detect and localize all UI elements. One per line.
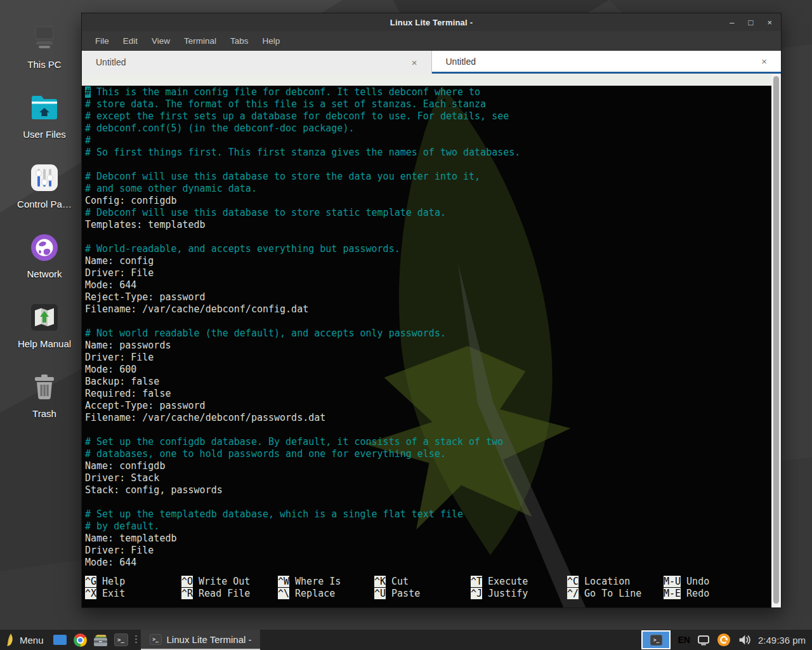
file-manager-icon — [93, 633, 108, 647]
shortcut-column: ^CLocation^/Go To Line — [567, 576, 664, 600]
editor-line: Mode: 600 — [85, 364, 771, 376]
desktop-icon-label: User Files — [10, 129, 79, 140]
shortcut-entry: ^UPaste — [374, 588, 471, 600]
editor-line: Name: passwords — [85, 340, 771, 352]
terminal-icon: >_ — [114, 633, 128, 646]
editor-line: Reject-Type: password — [85, 291, 771, 303]
editor-line: Accept-Type: password — [85, 400, 771, 412]
taskbar-clock[interactable]: 2:49:36 pm — [758, 635, 806, 646]
show-desktop-button[interactable] — [50, 630, 70, 650]
shortcut-entry: ^/Go To Line — [567, 588, 664, 600]
trash-icon — [28, 371, 61, 404]
shortcut-column: ^OWrite Out^RRead File — [181, 576, 278, 600]
desktop-icon-trash[interactable]: Trash — [10, 371, 79, 419]
editor-line: # Set up the templatedb database, which … — [85, 508, 771, 521]
window-controls: – □ × — [730, 13, 772, 31]
editor-line: # debconf.conf(5) (in the debconf-doc pa… — [85, 123, 771, 135]
menu-item-view[interactable]: View — [145, 31, 177, 51]
language-indicator[interactable]: EN — [678, 635, 690, 645]
editor-line: Mode: 644 — [85, 279, 771, 291]
scrollbar-track[interactable] — [771, 74, 781, 607]
shortcut-column: ^TExecute^JJustify — [471, 576, 567, 600]
editor-line — [85, 231, 771, 243]
desktop-icon-label: Trash — [10, 408, 79, 419]
shortcut-entry: M-ERedo — [664, 588, 760, 600]
desktop-icon-user-files[interactable]: User Files — [10, 91, 79, 140]
display-settings-tray-icon[interactable] — [697, 635, 710, 646]
shortcut-entry: ^JJustify — [471, 588, 567, 600]
minimize-button[interactable]: – — [730, 18, 734, 27]
tab-label: Untitled — [446, 56, 476, 67]
shortcut-key: ^O — [181, 576, 193, 587]
shortcut-entry: ^WWhere Is — [278, 576, 374, 588]
menu-item-file[interactable]: File — [88, 31, 116, 51]
chrome-icon — [74, 633, 87, 647]
tray-focused-terminal[interactable]: >_ — [641, 630, 671, 649]
shortcut-key: ^\ — [278, 588, 289, 599]
editor-line: Name: configdb — [85, 460, 771, 472]
tab-bar: Untitled × Untitled × — [82, 51, 781, 74]
maximize-button[interactable]: □ — [749, 18, 754, 27]
shortcut-key: M-U — [664, 576, 681, 587]
editor-line: # — [85, 135, 771, 147]
shortcut-key: ^J — [471, 588, 482, 599]
desktop-icon-this-pc[interactable]: This PC — [10, 22, 79, 70]
window-titlebar[interactable]: Linux Lite Terminal - – □ × — [82, 13, 781, 31]
shortcut-column: M-UUndoM-ERedo — [664, 576, 760, 600]
editor-line: Name: templatedb — [85, 533, 771, 545]
nano-shortcut-bar: ^GHelp^XExit^OWrite Out^RRead File^WWher… — [82, 576, 771, 607]
tab-untitled-1[interactable]: Untitled × — [82, 51, 432, 74]
volume-tray-icon[interactable] — [738, 633, 751, 646]
nano-title-bar: GNU nano 7.2 /etc/debconf.conf — [82, 74, 771, 86]
menu-item-edit[interactable]: Edit — [116, 31, 145, 51]
desktop-icon-control-panel[interactable]: Control Pa… — [10, 161, 79, 209]
globe-icon — [28, 231, 61, 264]
editor-line: # So first things first. This first stan… — [85, 147, 771, 159]
editor-line — [85, 159, 771, 171]
taskbar-window-label: Linux Lite Terminal - — [167, 634, 252, 645]
editor-line: # This is the main config file for debco… — [85, 86, 771, 98]
shortcut-label: Replace — [295, 588, 335, 599]
shortcut-key: M-E — [664, 588, 681, 599]
editor-line: Config: configdb — [85, 195, 771, 207]
desktop-icon-label: Control Pa… — [10, 199, 79, 209]
taskbar: Menu >_ >_ Linux Lite Terminal - — [0, 630, 812, 650]
editor-line: # Debconf will use this database to stor… — [85, 171, 771, 183]
tab-untitled-2[interactable]: Untitled × — [432, 51, 782, 74]
menu-button[interactable]: Menu — [0, 630, 50, 650]
tab-close-icon[interactable]: × — [412, 57, 417, 68]
editor-line: # World-readable, and accepts everything… — [85, 243, 771, 255]
desktop-icon-label: This PC — [10, 59, 79, 70]
home-folder-icon — [28, 91, 61, 124]
menu-item-tabs[interactable]: Tabs — [223, 31, 256, 51]
this-pc-icon — [28, 22, 61, 55]
shortcut-label: Write Out — [199, 576, 250, 587]
editor-line — [85, 315, 771, 328]
updates-tray-icon[interactable] — [717, 633, 731, 647]
shortcut-key: ^T — [471, 576, 482, 587]
shortcut-key: ^/ — [567, 588, 579, 599]
desktop-icon-help-manual[interactable]: Help Manual — [10, 301, 79, 349]
desktop-icon-network[interactable]: Network — [10, 231, 79, 279]
shortcut-key: ^W — [278, 576, 289, 587]
tab-close-icon[interactable]: × — [761, 56, 767, 67]
editor-line: # except the first sets up a database fo… — [85, 110, 771, 123]
shortcut-column: ^GHelp^XExit — [85, 576, 181, 600]
menu-item-help[interactable]: Help — [256, 31, 287, 51]
window-title: Linux Lite Terminal - — [390, 18, 473, 27]
editor-line: Templates: templatedb — [85, 219, 771, 231]
terminal-window: Linux Lite Terminal - – □ × FileEditView… — [81, 13, 782, 608]
close-button[interactable]: × — [767, 18, 772, 27]
desktop-icon-label: Help Manual — [10, 338, 79, 349]
chrome-launcher[interactable] — [70, 630, 91, 650]
editor-lines[interactable]: # This is the main config file for debco… — [82, 86, 771, 576]
terminal-screen[interactable]: GNU nano 7.2 /etc/debconf.conf # This is… — [82, 74, 781, 607]
file-manager-launcher[interactable] — [91, 630, 111, 650]
taskbar-window-button[interactable]: >_ Linux Lite Terminal - — [141, 630, 261, 650]
speaker-icon — [738, 633, 751, 646]
menu-item-terminal[interactable]: Terminal — [177, 31, 223, 51]
screen-icon — [697, 635, 710, 646]
scrollbar-thumb[interactable] — [773, 76, 779, 604]
terminal-launcher[interactable]: >_ — [111, 630, 131, 650]
shortcut-label: Paste — [391, 588, 420, 599]
